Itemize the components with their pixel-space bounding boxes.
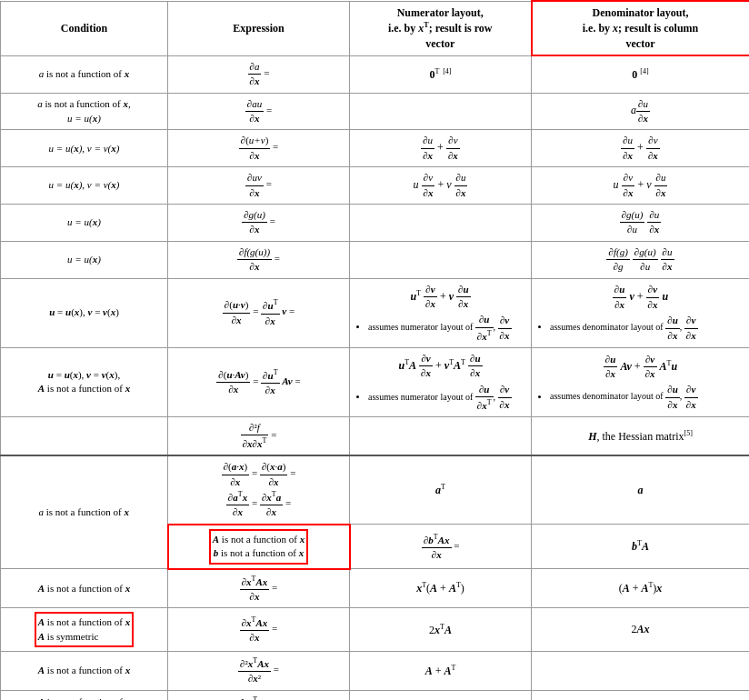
condition-cell: a is not a function of x [1,455,168,568]
denominator-cell: H, the Hessian matrix[5] [532,417,750,456]
numerator-cell: u ∂v∂x + v ∂u∂x [350,167,532,205]
expression-cell: ∂(u+v) ∂x = [168,130,350,167]
table-row: A is not a function of x ∂xTAx ∂x = xT(A… [1,569,750,608]
expression-cell: ∂g(u) ∂x = [168,205,350,242]
table-row: a is not a function of x ∂a ∂x = 0T [4] … [1,55,750,93]
header-expression: Expression [168,1,350,55]
expression-cell: ∂(u·Av) ∂x = ∂uT ∂x Av = [168,347,350,416]
denominator-cell: (A + AT)x [532,569,750,608]
numerator-cell: 0T [4] [350,55,532,93]
table-row: u = u(x) ∂g(u) ∂x = ∂g(u)∂u ∂u∂x [1,205,750,242]
table-row: u = u(x), v = v(x) ∂uv ∂x = u ∂v∂x + v ∂… [1,167,750,205]
numerator-cell [350,205,532,242]
expression-cell: ∂f(g(u)) ∂x = [168,241,350,278]
denominator-cell: ∂g(u)∂u ∂u∂x [532,205,750,242]
denominator-cell: a [532,455,750,524]
denominator-cell: ∂u∂x v + ∂v∂x u assumes denominator layo… [532,278,750,347]
expression-cell: ∂(u·v) ∂x = ∂uT ∂x v = [168,278,350,347]
denominator-cell: 0 [4] [532,55,750,93]
condition-cell: u = u(x), v = v(x) [1,278,168,347]
expression-cell: ∂au ∂x = [168,93,350,130]
denominator-cell: a∂u∂x [532,93,750,130]
denominator-cell: 2Ax [532,608,750,652]
condition-cell: A is not a function of x A is symmetric [1,690,168,700]
numerator-cell [350,417,532,456]
expression-cell: ∂uv ∂x = [168,167,350,205]
denominator-cell: u ∂v∂x + v ∂u∂x [532,167,750,205]
numerator-cell: uT ∂v∂x + v ∂u∂x assumes numerator layou… [350,278,532,347]
expression-cell: ∂xTAx ∂x = [168,608,350,652]
expression-cell: ∂a ∂x = [168,55,350,93]
table-row: ∂²f ∂x∂xT = H, the Hessian matrix[5] [1,417,750,456]
condition-cell: u = u(x), v = v(x) [1,167,168,205]
condition-cell: a is not a function of x, u = u(x) [1,93,168,130]
condition-cell: a is not a function of x [1,55,168,93]
numerator-cell: aT [350,455,532,524]
denominator-cell [532,652,750,690]
numerator-cell [350,93,532,130]
condition-cell: A is not a function of x [1,652,168,690]
header-numerator: Numerator layout,i.e. by xT; result is r… [350,1,532,55]
table-row: A is not a function of x A is symmetric … [1,690,750,700]
table-row: A is not a function of x A is symmetric … [1,608,750,652]
denominator-cell: ∂u∂x + ∂v∂x [532,130,750,167]
table-row: u = u(x), v = v(x) ∂(u·v) ∂x = ∂uT ∂x v … [1,278,750,347]
table-row: a is not a function of x, u = u(x) ∂au ∂… [1,93,750,130]
numerator-cell [350,241,532,278]
table-row: A is not a function of x ∂²xTAx ∂x² = A … [1,652,750,690]
header-condition: Condition [1,1,168,55]
numerator-cell: 2A [350,690,532,700]
table-row: u = u(x), v = v(x), A is not a function … [1,347,750,416]
expression-cell: A is not a function of x b is not a func… [168,525,350,569]
expression-cell: ∂xTAx ∂x = [168,569,350,608]
table-row: u = u(x) ∂f(g(u)) ∂x = ∂f(g)∂g ∂g(u)∂u ∂… [1,241,750,278]
table-row: u = u(x), v = v(x) ∂(u+v) ∂x = ∂u∂x + ∂v… [1,130,750,167]
denominator-cell: ∂f(g)∂g ∂g(u)∂u ∂u∂x [532,241,750,278]
numerator-cell: A + AT [350,652,532,690]
expression-cell: ∂²xTAx ∂v² = [168,690,350,700]
condition-cell: u = u(x) [1,205,168,242]
table-row: a is not a function of x ∂(a·x) ∂x = ∂(x… [1,455,750,524]
condition-cell: A is not a function of x A is symmetric [1,608,168,652]
numerator-cell: xT(A + AT) [350,569,532,608]
condition-cell: u = u(x) [1,241,168,278]
condition-cell: u = u(x), v = v(x) [1,130,168,167]
expression-cell: ∂(a·x) ∂x = ∂(x·a) ∂x = ∂aTx ∂x = ∂xTa ∂… [168,455,350,524]
numerator-cell: bTA [532,525,750,569]
denominator-cell: ∂u∂x Av + ∂v∂x ATu assumes denominator l… [532,347,750,416]
header-denominator: Denominator layout,i.e. by x; result is … [532,1,750,55]
denominator-cell: CSDN @七巷少年^ω^ [532,690,750,700]
condition-cell: A is not a function of x [1,569,168,608]
numerator-cell: 2xTA [350,608,532,652]
numerator-cell: ∂u∂x + ∂v∂x [350,130,532,167]
numerator-cell: uTA ∂v∂x + vTAT ∂u∂x assumes numerator l… [350,347,532,416]
condition-cell [1,417,168,456]
expression-cell: ∂²xTAx ∂x² = [168,652,350,690]
expression-cell: ∂²f ∂x∂xT = [168,417,350,456]
expression-cell: ∂bTAx ∂x = [350,525,532,569]
condition-cell: u = u(x), v = v(x), A is not a function … [1,347,168,416]
